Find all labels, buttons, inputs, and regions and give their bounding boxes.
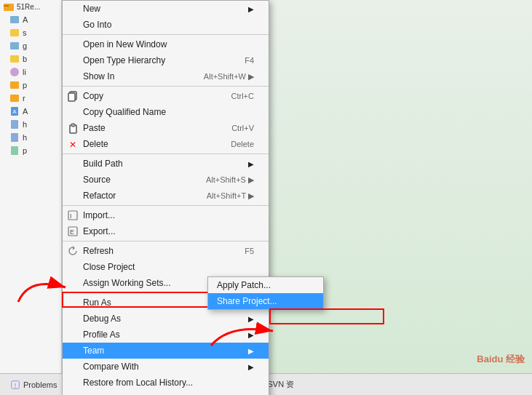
tree-item-r[interactable]: r xyxy=(0,92,61,105)
submenu-label-apply-patch: Apply Patch... xyxy=(217,280,271,290)
refresh-icon xyxy=(67,245,79,257)
tree-item-a1[interactable]: A xyxy=(0,13,61,26)
menu-label-source: Source xyxy=(83,175,111,185)
menu-label-assign-working-sets: Assign Working Sets... xyxy=(83,278,171,288)
menu-item-compare-with[interactable]: Compare With ▶ xyxy=(63,359,269,375)
menu-item-import[interactable]: I Import... xyxy=(63,207,269,223)
separator-3 xyxy=(63,153,269,154)
svg-rect-11 xyxy=(11,120,18,129)
svg-rect-12 xyxy=(11,133,18,142)
tree-item-h1[interactable]: h xyxy=(0,118,61,131)
menu-label-import: Import... xyxy=(83,210,115,220)
baidu-watermark: Baidu 经验 xyxy=(477,353,525,366)
menu-label-go-into: Go Into xyxy=(83,20,111,30)
menu-label-debug-as: Debug As xyxy=(83,314,121,324)
menu-item-restore-local[interactable]: Restore from Local History... xyxy=(63,375,269,391)
separator-2 xyxy=(63,86,269,87)
svg-rect-7 xyxy=(10,81,19,89)
menu-label-restore-local: Restore from Local History... xyxy=(83,378,193,388)
svg-rect-2 xyxy=(10,16,19,23)
menu-label-paste: Paste xyxy=(83,123,106,133)
menu-label-open-type-hierarchy: Open Type Hierarchy xyxy=(83,55,165,65)
menu-label-close-project: Close Project xyxy=(83,262,135,272)
svg-rect-3 xyxy=(10,29,19,36)
tree-item-s[interactable]: s xyxy=(0,26,61,39)
shortcut-paste: Ctrl+V xyxy=(217,124,254,132)
menu-label-profile-as: Profile As xyxy=(83,330,120,340)
submenu-label-share-project: Share Project... xyxy=(217,296,277,306)
shortcut-copy: Ctrl+C xyxy=(217,92,254,100)
svg-marker-23 xyxy=(73,246,75,250)
tree-item-p1[interactable]: p xyxy=(0,79,61,92)
tree-item-li[interactable]: li xyxy=(0,65,61,79)
shortcut-source: Alt+Shift+S ▶ xyxy=(191,175,254,185)
menu-item-open-type-hierarchy[interactable]: Open Type Hierarchy F4 xyxy=(63,52,269,68)
delete-icon: ✕ xyxy=(67,138,79,150)
tree-item-g[interactable]: g xyxy=(0,39,61,52)
arrow-compare-with: ▶ xyxy=(241,363,254,371)
menu-label-open-new-window: Open in New Window xyxy=(83,39,167,49)
menu-label-delete: Delete xyxy=(83,139,108,149)
import-icon: I xyxy=(67,210,79,221)
svg-text:A: A xyxy=(12,108,17,115)
separator-5 xyxy=(63,241,269,242)
separator-1 xyxy=(63,34,269,35)
shortcut-delete: Delete xyxy=(216,140,254,148)
svg-rect-5 xyxy=(10,55,19,63)
menu-label-copy: Copy xyxy=(83,91,103,101)
svg-point-6 xyxy=(10,68,19,76)
tab-svn-label: SVN 资 xyxy=(267,379,294,390)
menu-label-compare-with: Compare With xyxy=(83,362,139,372)
menu-item-copy[interactable]: Copy Ctrl+C xyxy=(63,88,269,104)
arrow-to-share-project xyxy=(207,313,280,351)
left-panel: 51Re... A s g b li p r A A h h p xyxy=(0,0,62,395)
watermark-text: Baidu 经验 xyxy=(477,354,525,364)
menu-item-refactor[interactable]: Refactor Alt+Shift+T ▶ xyxy=(63,188,269,204)
tree-project[interactable]: 51Re... xyxy=(0,0,61,13)
tab-problems[interactable]: ! Problems xyxy=(4,377,63,393)
tree-item-a2[interactable]: A A xyxy=(0,105,61,118)
menu-item-export[interactable]: E Export... xyxy=(63,223,269,239)
separator-4 xyxy=(63,205,269,206)
menu-item-show-in[interactable]: Show In Alt+Shift+W ▶ xyxy=(63,68,269,84)
menu-label-refactor: Refactor xyxy=(83,191,116,201)
menu-item-source[interactable]: Source Alt+Shift+S ▶ xyxy=(63,172,269,188)
submenu-item-share-project[interactable]: Share Project... xyxy=(208,293,323,309)
shortcut-open-type-hierarchy: F4 xyxy=(230,56,254,65)
paste-icon xyxy=(67,122,79,134)
menu-item-go-into[interactable]: Go Into xyxy=(63,17,269,33)
menu-item-paste[interactable]: Paste Ctrl+V xyxy=(63,120,269,136)
export-icon: E xyxy=(67,226,79,237)
svg-rect-0 xyxy=(4,4,14,11)
menu-item-open-new-window[interactable]: Open in New Window xyxy=(63,36,269,52)
tree-item-h2[interactable]: h xyxy=(0,131,61,144)
tab-problems-label: Problems xyxy=(23,380,57,389)
arrow-new: ▶ xyxy=(241,5,254,13)
shortcut-show-in: Alt+Shift+W ▶ xyxy=(189,72,254,81)
submenu-item-apply-patch[interactable]: Apply Patch... xyxy=(208,277,323,293)
svg-rect-13 xyxy=(11,146,18,155)
menu-label-build-path: Build Path xyxy=(83,159,123,169)
arrow-to-team xyxy=(15,269,73,308)
menu-item-new[interactable]: New ▶ xyxy=(63,1,269,17)
svg-rect-8 xyxy=(10,95,19,102)
shortcut-refresh: F5 xyxy=(230,247,254,255)
svg-text:✕: ✕ xyxy=(69,140,76,150)
svg-rect-1 xyxy=(4,5,9,7)
arrow-build-path: ▶ xyxy=(241,160,254,168)
tree-item-p2[interactable]: p xyxy=(0,144,61,157)
menu-item-refresh[interactable]: Refresh F5 xyxy=(63,243,269,259)
menu-label-refresh: Refresh xyxy=(83,246,114,256)
menu-item-build-path[interactable]: Build Path ▶ xyxy=(63,156,269,172)
menu-item-android-tools[interactable]: Android Tools ▶ xyxy=(63,391,269,395)
menu-item-delete[interactable]: ✕ Delete Delete xyxy=(63,136,269,152)
menu-label-export: Export... xyxy=(83,226,116,236)
svg-text:!: ! xyxy=(15,381,16,388)
svg-rect-4 xyxy=(10,42,19,49)
tree-item-b[interactable]: b xyxy=(0,52,61,65)
menu-item-copy-qualified[interactable]: Copy Qualified Name xyxy=(63,104,269,120)
menu-label-run-as: Run As xyxy=(83,298,111,308)
shortcut-refactor: Alt+Shift+T ▶ xyxy=(192,191,254,201)
menu-item-close-project[interactable]: Close Project xyxy=(63,259,269,275)
svg-text:I: I xyxy=(70,212,72,220)
